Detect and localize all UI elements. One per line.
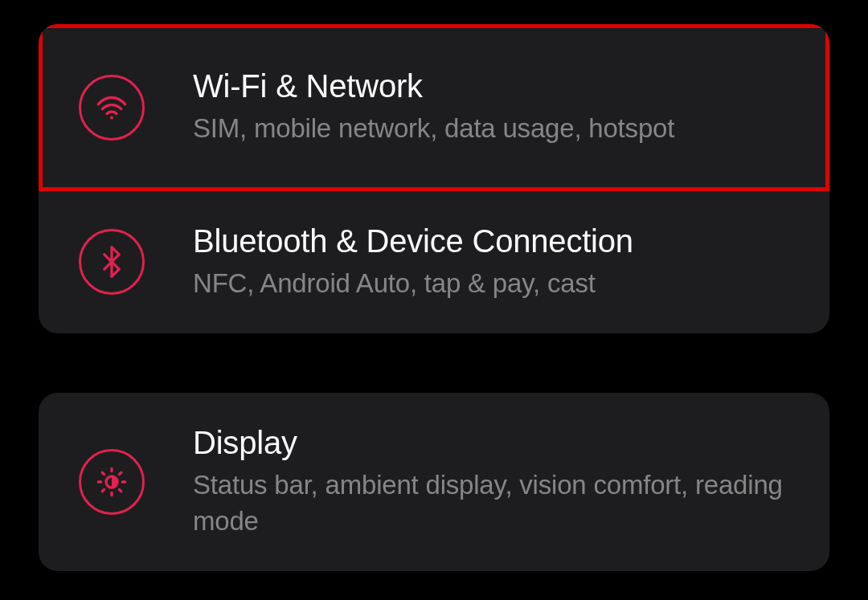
- settings-item-title: Bluetooth & Device Connection: [193, 223, 797, 259]
- settings-item-content: Display Status bar, ambient display, vis…: [193, 425, 797, 539]
- settings-item-title: Display: [193, 425, 797, 461]
- brightness-icon: [96, 466, 128, 498]
- settings-item-subtitle: SIM, mobile network, data usage, hotspot: [193, 111, 797, 147]
- settings-item-subtitle: Status bar, ambient display, vision comf…: [193, 467, 797, 539]
- svg-line-4: [102, 472, 104, 474]
- brightness-icon-circle: [79, 449, 145, 515]
- settings-item-title: Wi-Fi & Network: [193, 68, 797, 104]
- settings-item-content: Bluetooth & Device Connection NFC, Andro…: [193, 223, 797, 302]
- wifi-icon-circle: [79, 75, 145, 141]
- settings-item-wifi-network[interactable]: Wi-Fi & Network SIM, mobile network, dat…: [39, 24, 829, 191]
- svg-line-8: [102, 490, 104, 492]
- svg-point-0: [110, 116, 113, 119]
- settings-item-content: Wi-Fi & Network SIM, mobile network, dat…: [193, 68, 797, 147]
- settings-card-2: Display Status bar, ambient display, vis…: [39, 393, 829, 571]
- svg-line-5: [119, 490, 121, 492]
- bluetooth-icon: [96, 246, 128, 278]
- settings-item-bluetooth[interactable]: Bluetooth & Device Connection NFC, Andro…: [39, 191, 829, 334]
- wifi-icon: [96, 92, 128, 124]
- settings-card-1: Wi-Fi & Network SIM, mobile network, dat…: [39, 24, 829, 333]
- settings-item-subtitle: NFC, Android Auto, tap & pay, cast: [193, 266, 797, 302]
- svg-line-9: [119, 472, 121, 474]
- bluetooth-icon-circle: [79, 229, 145, 295]
- settings-item-display[interactable]: Display Status bar, ambient display, vis…: [39, 393, 829, 571]
